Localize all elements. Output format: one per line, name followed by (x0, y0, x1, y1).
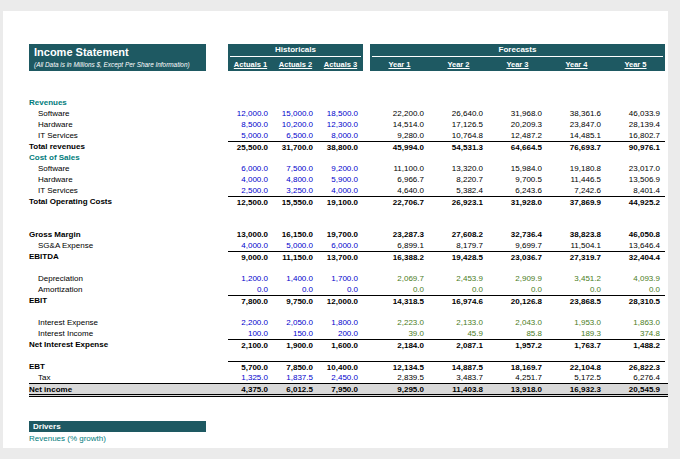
value-cell[interactable]: 22,104.8 (547, 362, 606, 372)
row-label[interactable]: Gross Margin (29, 229, 206, 240)
value-cell[interactable]: 27,608.2 (429, 229, 488, 240)
value-cell[interactable]: 3,250.0 (273, 185, 318, 196)
value-cell[interactable]: 1,700.0 (318, 273, 363, 284)
value-cell[interactable]: 2,069.7 (370, 273, 429, 284)
value-cell[interactable]: 46,033.9 (606, 108, 665, 119)
value-cell[interactable]: 0.0 (488, 284, 547, 295)
value-cell[interactable]: 7,850.0 (273, 362, 318, 372)
value-cell[interactable]: 9,000.0 (228, 252, 273, 262)
column-header-year-4[interactable]: Year 4 (547, 60, 606, 69)
row-label[interactable]: Total revenues (29, 141, 206, 152)
value-cell[interactable]: 0.0 (429, 284, 488, 295)
value-cell[interactable]: 2,223.0 (370, 317, 429, 328)
value-cell[interactable]: 2,184.0 (370, 340, 429, 350)
value-cell[interactable]: 37,869.9 (547, 197, 606, 207)
value-cell[interactable]: 3,451.2 (547, 273, 606, 284)
row-label[interactable]: Hardware (29, 119, 206, 130)
value-cell[interactable]: 4,000.0 (228, 240, 273, 251)
row-label[interactable]: Hardware (29, 174, 206, 185)
row-label[interactable]: Interest Income (29, 328, 206, 339)
value-cell[interactable]: 23,868.5 (547, 296, 606, 306)
value-cell[interactable]: 27,319.7 (547, 252, 606, 262)
value-cell[interactable]: 13,646.4 (606, 240, 665, 251)
value-cell[interactable]: 5,900.0 (318, 174, 363, 185)
value-cell[interactable]: 5,382.4 (429, 185, 488, 196)
row-label[interactable]: Depreciation (29, 273, 206, 284)
value-cell[interactable]: 26,822.3 (606, 362, 665, 372)
row-label[interactable]: SG&A Expense (29, 240, 206, 251)
row-label[interactable]: EBITDA (29, 251, 206, 262)
value-cell[interactable]: 13,700.0 (318, 252, 363, 262)
value-cell[interactable]: 7,500.0 (273, 163, 318, 174)
value-cell[interactable]: 5,000.0 (273, 240, 318, 251)
value-cell[interactable]: 25,500.0 (228, 142, 273, 152)
value-cell[interactable]: 189.3 (547, 328, 606, 339)
row-label[interactable]: Total Operating Costs (29, 196, 206, 207)
value-cell[interactable]: 2,500.0 (228, 185, 273, 196)
value-cell[interactable]: 45.9 (429, 328, 488, 339)
value-cell[interactable]: 9,295.0 (370, 384, 429, 394)
value-cell[interactable]: 0.0 (606, 284, 665, 295)
value-cell[interactable]: 38,823.8 (547, 229, 606, 240)
value-cell[interactable]: 31,700.0 (273, 142, 318, 152)
value-cell[interactable]: 44,925.2 (606, 197, 665, 207)
column-header-year-5[interactable]: Year 5 (606, 60, 665, 69)
value-cell[interactable]: 12,000.0 (318, 296, 363, 306)
value-cell[interactable]: 2,839.5 (370, 372, 429, 383)
value-cell[interactable]: 1,900.0 (273, 340, 318, 350)
row-label[interactable]: Revenues (29, 97, 206, 108)
value-cell[interactable]: 6,500.0 (273, 130, 318, 141)
column-header-year-2[interactable]: Year 2 (429, 60, 488, 69)
value-cell[interactable]: 8,220.7 (429, 174, 488, 185)
value-cell[interactable]: 4,251.7 (488, 372, 547, 383)
value-cell[interactable]: 8,401.4 (606, 185, 665, 196)
value-cell[interactable]: 5,172.5 (547, 372, 606, 383)
value-cell[interactable]: 6,000.0 (318, 240, 363, 251)
value-cell[interactable]: 32,404.4 (606, 252, 665, 262)
row-label[interactable]: EBIT (29, 295, 206, 306)
value-cell[interactable]: 13,506.9 (606, 174, 665, 185)
value-cell[interactable]: 14,514.0 (370, 119, 429, 130)
value-cell[interactable]: 18,500.0 (318, 108, 363, 119)
value-cell[interactable]: 16,932.3 (547, 384, 606, 394)
column-header-actuals-1[interactable]: Actuals 1 (228, 60, 273, 69)
value-cell[interactable]: 5,700.0 (228, 362, 273, 372)
value-cell[interactable]: 6,899.1 (370, 240, 429, 251)
value-cell[interactable]: 54,531.3 (429, 142, 488, 152)
value-cell[interactable]: 23,017.0 (606, 163, 665, 174)
value-cell[interactable]: 1,763.7 (547, 340, 606, 350)
row-label[interactable]: Interest Expense (29, 317, 206, 328)
row-label[interactable]: IT Services (29, 130, 206, 141)
value-cell[interactable]: 4,640.0 (370, 185, 429, 196)
value-cell[interactable]: 6,012.5 (273, 384, 318, 394)
value-cell[interactable]: 100.0 (228, 328, 273, 339)
value-cell[interactable]: 2,087.1 (429, 340, 488, 350)
value-cell[interactable]: 19,180.8 (547, 163, 606, 174)
value-cell[interactable]: 16,150.0 (273, 229, 318, 240)
value-cell[interactable]: 15,984.0 (488, 163, 547, 174)
value-cell[interactable]: 26,923.1 (429, 197, 488, 207)
value-cell[interactable]: 9,200.0 (318, 163, 363, 174)
value-cell[interactable]: 374.8 (606, 328, 665, 339)
value-cell[interactable]: 8,500.0 (228, 119, 273, 130)
drivers-row-revenues-growth[interactable]: Revenues (% growth) (29, 433, 668, 444)
value-cell[interactable]: 6,966.7 (370, 174, 429, 185)
value-cell[interactable]: 1,488.2 (606, 340, 665, 350)
value-cell[interactable]: 2,453.9 (429, 273, 488, 284)
value-cell[interactable]: 15,000.0 (273, 108, 318, 119)
column-header-actuals-2[interactable]: Actuals 2 (273, 60, 318, 69)
value-cell[interactable]: 9,699.7 (488, 240, 547, 251)
value-cell[interactable]: 39.0 (370, 328, 429, 339)
value-cell[interactable]: 19,100.0 (318, 197, 363, 207)
value-cell[interactable]: 23,287.3 (370, 229, 429, 240)
value-cell[interactable]: 20,545.9 (606, 384, 665, 394)
value-cell[interactable]: 20,209.3 (488, 119, 547, 130)
value-cell[interactable]: 18,169.7 (488, 362, 547, 372)
value-cell[interactable]: 22,706.7 (370, 197, 429, 207)
value-cell[interactable]: 12,300.0 (318, 119, 363, 130)
value-cell[interactable]: 12,500.0 (228, 197, 273, 207)
value-cell[interactable]: 31,968.0 (488, 108, 547, 119)
value-cell[interactable]: 7,242.6 (547, 185, 606, 196)
value-cell[interactable]: 1,863.0 (606, 317, 665, 328)
value-cell[interactable]: 12,000.0 (228, 108, 273, 119)
